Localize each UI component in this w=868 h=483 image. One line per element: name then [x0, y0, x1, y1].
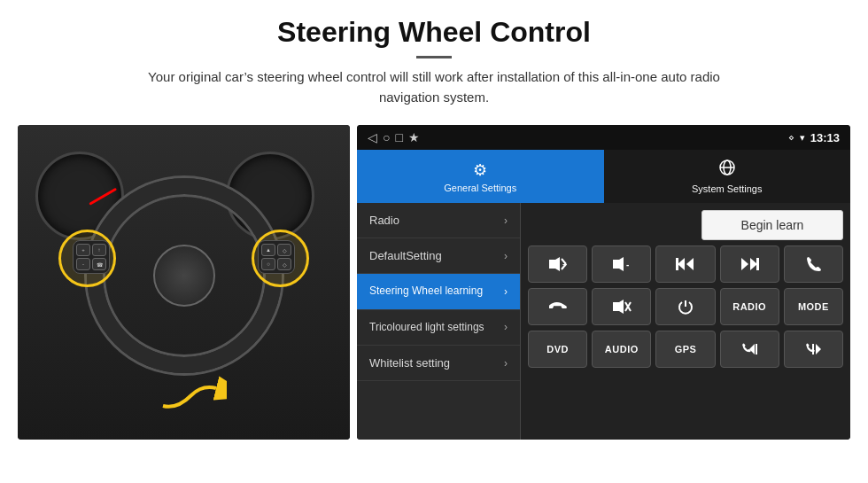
steering-wheel-center	[153, 245, 215, 307]
home-icon[interactable]: ○	[383, 130, 390, 144]
sw-btn-minus: -	[76, 258, 90, 270]
gauge-needle	[89, 188, 117, 206]
menu-item-defaultsetting[interactable]: DefaultSetting ›	[357, 238, 520, 274]
control-grid-row1: + -	[528, 245, 843, 283]
arrow-pointer	[156, 365, 227, 422]
tab-system-settings[interactable]: System Settings	[604, 150, 851, 203]
svg-marker-21	[816, 344, 821, 354]
content-area: Radio › DefaultSetting › Steering Wheel …	[357, 203, 850, 440]
begin-learn-row: Begin learn	[528, 210, 843, 240]
tab-general-label: General Settings	[444, 183, 516, 193]
hang-up-btn[interactable]	[528, 288, 587, 325]
page-subtitle: Your original car’s steering wheel contr…	[124, 67, 744, 107]
menu-item-tricolour-label: Tricoloured light settings	[369, 321, 484, 335]
begin-learn-button[interactable]: Begin learn	[701, 210, 843, 240]
recent-icon[interactable]: □	[395, 130, 402, 144]
steering-wheel-ring	[87, 178, 282, 373]
page-title: Steering Wheel Control	[35, 16, 833, 49]
status-bar: ◁ ○ □ ★ ⋄ ▾ 13:13	[357, 125, 850, 150]
svg-rect-12	[676, 258, 678, 270]
location-icon: ⋄	[788, 132, 794, 144]
chevron-default: ›	[504, 250, 508, 262]
mute-btn[interactable]	[592, 288, 651, 325]
title-divider	[416, 56, 452, 58]
main-content: + ↑ - ☎ ▲ ◇ ○ ◇	[0, 114, 868, 442]
menu-item-tricolour[interactable]: Tricoloured light settings ›	[357, 310, 520, 347]
page-header: Steering Wheel Control Your original car…	[0, 0, 868, 114]
dvd-btn[interactable]: DVD	[528, 331, 587, 368]
svg-marker-4	[549, 257, 560, 271]
mode-btn[interactable]: MODE	[784, 288, 843, 325]
control-panel: Begin learn +	[521, 203, 850, 440]
control-grid-row3: DVD AUDIO GPS	[528, 331, 843, 368]
phone-next-btn[interactable]	[784, 331, 843, 368]
sw-btn-r3: ○	[261, 258, 275, 270]
svg-marker-19	[749, 344, 755, 354]
svg-marker-13	[741, 258, 748, 270]
chevron-radio: ›	[504, 214, 508, 227]
back-icon[interactable]: ◁	[368, 130, 377, 144]
svg-rect-15	[756, 258, 759, 270]
chevron-steering: ›	[504, 285, 508, 298]
chevron-tricolour: ›	[504, 321, 508, 333]
power-btn[interactable]	[655, 288, 715, 325]
sw-btn-plus: +	[76, 244, 90, 256]
control-grid-row2: RADIO MODE	[528, 288, 843, 325]
next-track-btn[interactable]	[720, 245, 779, 283]
menu-list: Radio › DefaultSetting › Steering Wheel …	[357, 203, 521, 440]
tab-system-label: System Settings	[692, 183, 762, 194]
tab-general-settings[interactable]: ⚙ General Settings	[357, 150, 604, 203]
phone-answer-btn[interactable]	[784, 245, 843, 283]
steering-panel: + ↑ - ☎ ▲ ◇ ○ ◇	[18, 125, 350, 440]
vol-down-btn[interactable]: -	[592, 245, 651, 283]
system-settings-icon	[718, 159, 736, 181]
menu-item-radio[interactable]: Radio ›	[357, 203, 520, 238]
sw-btn-r2: ◇	[277, 244, 291, 256]
gps-btn[interactable]: GPS	[655, 331, 715, 368]
svg-rect-20	[756, 344, 757, 354]
general-settings-icon: ⚙	[473, 160, 487, 180]
chevron-whitelist: ›	[504, 357, 508, 370]
prev-track-btn[interactable]	[655, 245, 715, 283]
sw-button-cluster-left: + ↑ - ☎	[73, 240, 110, 274]
svg-marker-10	[678, 258, 685, 270]
audio-btn[interactable]: AUDIO	[592, 331, 651, 368]
vol-up-btn[interactable]: +	[528, 245, 587, 283]
tab-bar: ⚙ General Settings System Settings	[357, 150, 850, 203]
menu-item-whitelist-label: Whitelist setting	[369, 356, 450, 370]
svg-marker-14	[750, 258, 757, 270]
menu-item-radio-label: Radio	[369, 214, 399, 227]
sw-btn-r1: ▲	[261, 244, 275, 256]
sw-button-cluster-right: ▲ ◇ ○ ◇	[258, 240, 295, 274]
svg-marker-16	[613, 300, 624, 314]
svg-rect-22	[812, 344, 814, 354]
menu-item-steering-label: Steering Wheel learning	[369, 284, 483, 299]
headunit-panel: ◁ ○ □ ★ ⋄ ▾ 13:13 ⚙ General Settings	[357, 125, 850, 440]
menu-item-default-label: DefaultSetting	[369, 249, 442, 262]
svg-marker-8	[613, 257, 624, 271]
wifi-icon: ▾	[800, 132, 805, 144]
sw-btn-icon1: ↑	[92, 244, 106, 256]
radio-btn[interactable]: RADIO	[720, 288, 779, 325]
menu-item-steering[interactable]: Steering Wheel learning ›	[357, 274, 520, 310]
sw-btn-phone: ☎	[92, 258, 106, 270]
status-right-icons: ⋄ ▾ 13:13	[788, 131, 840, 144]
svg-text:+: +	[562, 261, 567, 269]
svg-text:-: -	[626, 260, 629, 269]
sw-btn-r4: ◇	[277, 258, 291, 270]
menu-item-whitelist[interactable]: Whitelist setting ›	[357, 346, 520, 381]
svg-marker-11	[686, 258, 694, 270]
phone-prev-btn[interactable]	[720, 331, 779, 368]
status-time: 13:13	[810, 131, 840, 144]
nav-icons: ◁ ○ □ ★	[368, 130, 420, 144]
cast-icon[interactable]: ★	[408, 130, 420, 144]
